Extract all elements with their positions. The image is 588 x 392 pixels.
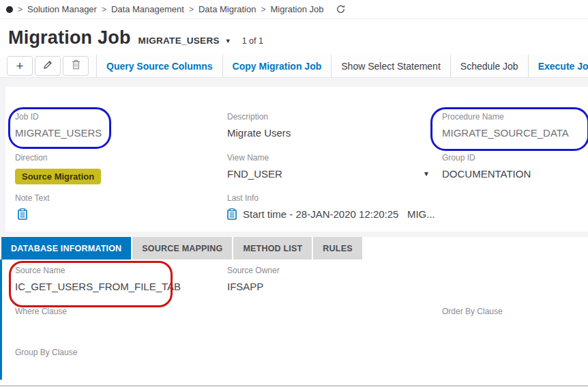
tab-method-list[interactable]: METHOD LIST xyxy=(233,237,312,260)
field-direction: Direction Source Migration xyxy=(15,153,101,184)
breadcrumb-separator: > xyxy=(18,5,23,14)
crud-button-group: + xyxy=(0,55,96,77)
where-clause-label: Where Clause xyxy=(15,307,67,316)
breadcrumb-item-migration-job[interactable]: Migration Job xyxy=(270,4,323,14)
edit-button[interactable] xyxy=(35,56,61,76)
breadcrumb: > Solution Manager > Data Management > D… xyxy=(0,0,588,19)
source-name-label: Source Name xyxy=(15,266,181,275)
field-group-by-clause: Group By Clause xyxy=(15,348,77,363)
query-source-columns-button[interactable]: Query Source Columns xyxy=(96,55,222,77)
breadcrumb-item-solution-manager[interactable]: Solution Manager xyxy=(27,4,97,14)
description-label: Description xyxy=(227,112,291,122)
source-owner-value: IFSAPP xyxy=(227,281,280,292)
description-value: Migrate Users xyxy=(227,127,291,139)
breadcrumb-item-data-management[interactable]: Data Management xyxy=(111,4,184,14)
order-by-clause-label: Order By Clause xyxy=(442,307,503,316)
last-info-label: Last Info xyxy=(227,193,435,203)
refresh-icon[interactable] xyxy=(336,4,346,14)
trash-icon xyxy=(72,59,80,72)
field-description: Description Migrate Users xyxy=(227,112,291,139)
field-note-text: Note Text xyxy=(15,193,49,220)
plus-icon: + xyxy=(16,59,23,72)
field-last-info: Last Info Start time - 28-JAN-2020 12:20… xyxy=(227,193,435,220)
tab-strip: DATABASE INFORMATION SOURCE MAPPING METH… xyxy=(1,237,362,260)
group-id-value: DOCUMENTATION xyxy=(442,168,531,180)
breadcrumb-separator: > xyxy=(102,5,106,14)
field-group-id: Group ID DOCUMENTATION xyxy=(442,153,531,180)
pencil-icon xyxy=(43,60,53,72)
field-view-name: View Name FND_USER ▼ xyxy=(227,153,430,180)
field-where-clause: Where Clause xyxy=(15,307,67,322)
procedure-name-label: Procedure Name xyxy=(442,112,569,122)
group-id-label: Group ID xyxy=(442,153,531,163)
record-selector-caret-icon[interactable]: ▼ xyxy=(225,38,231,44)
add-button[interactable]: + xyxy=(7,56,33,76)
view-name-value: FND_USER xyxy=(227,168,282,180)
migration-job-page: > Solution Manager > Data Management > D… xyxy=(0,0,588,392)
command-toolbar: + xyxy=(0,55,588,78)
record-id: MIGRATE_USERS xyxy=(138,36,220,46)
job-id-label: Job ID xyxy=(15,112,102,122)
view-name-label: View Name xyxy=(227,153,430,163)
record-position: 1 of 1 xyxy=(242,36,263,46)
group-by-clause-label: Group By Clause xyxy=(15,348,77,357)
job-id-value: MIGRATE_USERS xyxy=(15,127,102,139)
tab-rules[interactable]: RULES xyxy=(313,237,362,260)
last-info-value: Start time - 28-JAN-2020 12:20:25 MIG... xyxy=(243,208,435,220)
page-header: Migration Job MIGRATE_USERS ▼ 1 of 1 xyxy=(8,27,263,48)
note-icon xyxy=(18,208,27,220)
show-select-statement-button[interactable]: Show Select Statement xyxy=(331,55,450,77)
note-icon xyxy=(227,208,237,220)
copy-migration-job-button[interactable]: Copy Migration Job xyxy=(222,55,332,77)
breadcrumb-item-data-migration[interactable]: Data Migration xyxy=(199,4,256,14)
delete-button[interactable] xyxy=(63,56,89,76)
field-source-name: Source Name IC_GET_USERS_FROM_FILE_TAB xyxy=(15,266,181,292)
field-order-by-clause: Order By Clause xyxy=(442,307,503,322)
view-name-dropdown-caret-icon[interactable]: ▼ xyxy=(423,170,430,178)
field-job-id: Job ID MIGRATE_USERS xyxy=(15,112,102,139)
schedule-job-button[interactable]: Schedule Job xyxy=(450,55,528,77)
tab-source-mapping[interactable]: SOURCE MAPPING xyxy=(132,237,232,260)
note-text-open[interactable] xyxy=(18,208,49,220)
execute-job-button[interactable]: Execute Job xyxy=(528,55,588,77)
breadcrumb-separator: > xyxy=(261,5,265,14)
breadcrumb-separator: > xyxy=(189,5,194,14)
note-text-label: Note Text xyxy=(15,193,49,203)
field-source-owner: Source Owner IFSAPP xyxy=(227,266,280,292)
page-bottom-divider xyxy=(0,385,588,387)
tab-database-information[interactable]: DATABASE INFORMATION xyxy=(1,237,131,260)
source-owner-label: Source Owner xyxy=(227,266,280,275)
procedure-name-value: MIGRATE_SOURCE_DATA xyxy=(442,127,569,139)
last-info-open[interactable]: Start time - 28-JAN-2020 12:20:25 MIG... xyxy=(227,208,435,220)
page-title: Migration Job xyxy=(8,27,131,48)
source-name-value: IC_GET_USERS_FROM_FILE_TAB xyxy=(15,281,181,292)
direction-label: Direction xyxy=(15,153,101,163)
field-procedure-name: Procedure Name MIGRATE_SOURCE_DATA xyxy=(442,112,569,139)
direction-badge: Source Migration xyxy=(15,169,101,184)
app-menu-dot-icon[interactable] xyxy=(6,6,13,13)
